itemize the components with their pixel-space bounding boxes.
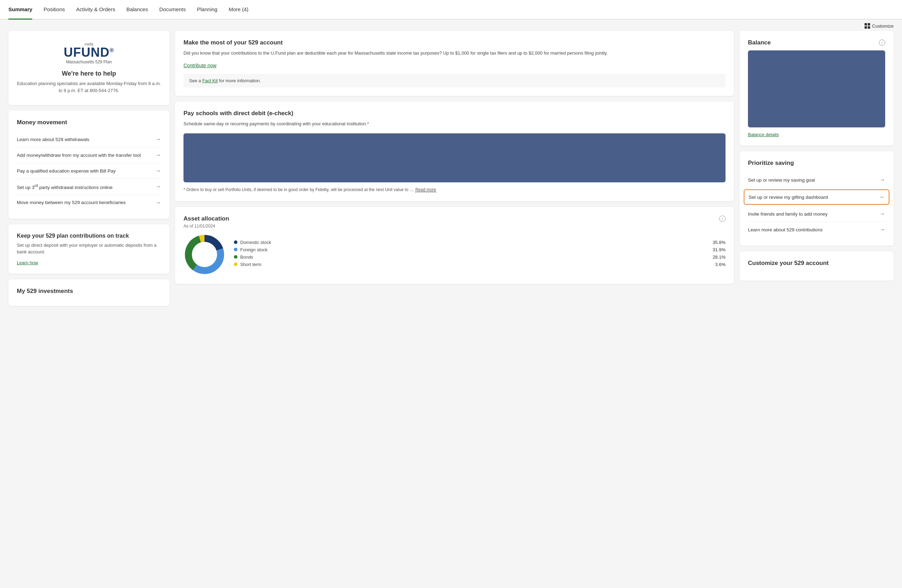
legend-dot-bonds: [234, 255, 237, 259]
prioritize-saving-goal[interactable]: Set up or review my saving goal →: [748, 172, 885, 188]
contribute-now-link[interactable]: Contribute now: [183, 63, 216, 68]
legend-pct-bonds: 28.1%: [713, 255, 725, 260]
prioritize-gifting-dashboard[interactable]: Set up or review my gifting dashboard →: [744, 189, 889, 205]
makemost-card: Make the most of your 529 account Did yo…: [175, 31, 734, 96]
mefa-title: We're here to help: [17, 70, 161, 77]
left-column: mefa UFUND® Massachusetts 529 Plan We're…: [8, 31, 169, 306]
money-movement-card: Money movement Learn more about 529 with…: [8, 111, 169, 219]
legend-dot-short: [234, 263, 237, 266]
nav-positions[interactable]: Positions: [44, 0, 65, 20]
arrow-icon-learn: →: [880, 227, 885, 233]
grid-icon: [864, 23, 870, 29]
asset-legend: Domestic stock 35.8% Foreign stock 31.9%…: [234, 240, 725, 269]
my529-title: My 529 investments: [17, 288, 161, 295]
pay-schools-footnote: * Orders to buy or sell Portfolio Units,…: [183, 186, 725, 193]
prioritize-saving-card: Prioritize saving Set up or review my sa…: [739, 151, 894, 246]
nav-bar: Summary Positions Activity & Orders Bala…: [0, 0, 902, 20]
money-movement-title: Money movement: [17, 119, 161, 126]
middle-column: Make the most of your 529 account Did yo…: [175, 31, 734, 306]
movement-item-thirdparty[interactable]: Set up 3rd party withdrawal instructions…: [17, 179, 161, 195]
customize-button[interactable]: Customize: [864, 23, 894, 29]
mefa-massachusetts-label: Massachusetts 529 Plan: [17, 59, 161, 64]
movement-item-transfer[interactable]: Add money/withdraw from my account with …: [17, 147, 161, 163]
nav-balances[interactable]: Balances: [127, 0, 148, 20]
customize-label: Customize: [872, 23, 894, 29]
arrow-icon-beneficiaries: →: [155, 200, 161, 206]
balance-header: Balance i: [748, 39, 885, 46]
arrow-icon-billpay: →: [155, 168, 161, 174]
contrib-desc: Set up direct deposit with your employer…: [17, 242, 161, 255]
nav-documents[interactable]: Documents: [159, 0, 186, 20]
pay-schools-card: Pay schools with direct debit (e-check) …: [175, 102, 734, 201]
customize-row: Customize: [0, 20, 902, 31]
arrow-icon-thirdparty: →: [155, 183, 161, 190]
legend-label-bonds: Bonds: [240, 255, 710, 260]
mefa-card: mefa UFUND® Massachusetts 529 Plan We're…: [8, 31, 169, 105]
mefa-ufund-text: UFUND®: [17, 46, 161, 59]
prioritize-label-learn: Learn more about 529 contributions: [748, 227, 822, 232]
movement-item-withdrawals[interactable]: Learn more about 529 withdrawals →: [17, 131, 161, 147]
prioritize-label-saving-goal: Set up or review my saving goal: [748, 177, 815, 183]
prioritize-label-invite: Invite friends and family to add money: [748, 211, 827, 217]
legend-dot-foreign: [234, 248, 237, 251]
movement-label-transfer: Add money/withdraw from my account with …: [17, 153, 141, 158]
mefa-logo: mefa UFUND® Massachusetts 529 Plan: [17, 42, 161, 64]
right-column: Balance i Balance details Prioritize sav…: [739, 31, 894, 306]
asset-donut-chart: [183, 233, 226, 275]
balance-card: Balance i Balance details: [739, 31, 894, 145]
footnote-text: * Orders to buy or sell Portfolio Units,…: [183, 187, 414, 192]
prioritize-invite-friends[interactable]: Invite friends and family to add money →: [748, 206, 885, 222]
legend-domestic-stock: Domestic stock 35.8%: [234, 240, 725, 245]
movement-item-beneficiaries[interactable]: Move money between my 529 account benefi…: [17, 195, 161, 210]
nav-more[interactable]: More (4): [229, 0, 249, 20]
legend-pct-foreign: 31.9%: [713, 247, 725, 252]
movement-label-withdrawals: Learn more about 529 withdrawals: [17, 137, 89, 142]
asset-header: Asset allocation i: [183, 215, 725, 222]
customize-529-card: Customize your 529 account: [739, 251, 894, 281]
movement-item-billpay[interactable]: Pay a qualified education expense with B…: [17, 163, 161, 179]
nav-activity-orders[interactable]: Activity & Orders: [76, 0, 115, 20]
nav-summary[interactable]: Summary: [8, 0, 32, 20]
makemost-title: Make the most of your 529 account: [183, 39, 725, 46]
read-more-link[interactable]: Read more: [415, 187, 436, 192]
asset-allocation-card: Asset allocation i As of 11/01/2024: [175, 207, 734, 284]
main-content: mefa UFUND® Massachusetts 529 Plan We're…: [0, 31, 902, 314]
learn-how-link[interactable]: Learn how: [17, 260, 38, 265]
asset-date: As of 11/01/2024: [183, 224, 725, 228]
arrow-icon-gifting: →: [879, 194, 885, 200]
legend-short-term: Short term 3.6%: [234, 262, 725, 267]
balance-info-icon[interactable]: i: [879, 39, 885, 46]
pay-schools-title: Pay schools with direct debit (e-check): [183, 110, 725, 117]
contrib-title: Keep your 529 plan contributions on trac…: [17, 233, 161, 239]
legend-bonds: Bonds 28.1%: [234, 255, 725, 260]
legend-foreign-stock: Foreign stock 31.9%: [234, 247, 725, 252]
arrow-icon-transfer: →: [155, 152, 161, 158]
movement-label-beneficiaries: Move money between my 529 account benefi…: [17, 200, 126, 205]
nav-planning[interactable]: Planning: [197, 0, 218, 20]
balance-details-link[interactable]: Balance details: [748, 132, 779, 137]
asset-info-icon[interactable]: i: [719, 216, 725, 222]
balance-title: Balance: [748, 39, 771, 46]
customize-529-title: Customize your 529 account: [748, 260, 885, 267]
pay-schools-chart: [183, 133, 725, 182]
fact-kit-row: See a Fact Kit for more information.: [183, 74, 725, 88]
pay-schools-desc: Schedule same-day or recurring payments …: [183, 120, 725, 128]
balance-chart: [748, 50, 885, 127]
fact-kit-text-before: See a: [189, 78, 202, 83]
asset-title: Asset allocation: [183, 215, 229, 222]
fact-kit-text-after: for more information.: [218, 78, 261, 83]
my529-card: My 529 investments: [8, 279, 169, 306]
legend-label-short: Short term: [240, 262, 712, 267]
legend-pct-short: 3.6%: [715, 262, 725, 267]
asset-body: Domestic stock 35.8% Foreign stock 31.9%…: [183, 233, 725, 275]
legend-label-domestic: Domestic stock: [240, 240, 710, 245]
fact-kit-link[interactable]: Fact Kit: [202, 78, 218, 83]
movement-label-billpay: Pay a qualified education expense with B…: [17, 168, 116, 174]
arrow-icon-saving-goal: →: [880, 177, 885, 183]
prioritize-label-gifting: Set up or review my gifting dashboard: [749, 195, 828, 200]
legend-label-foreign: Foreign stock: [240, 247, 710, 252]
arrow-icon-invite: →: [880, 211, 885, 217]
prioritize-learn-contributions[interactable]: Learn more about 529 contributions →: [748, 222, 885, 237]
movement-label-thirdparty: Set up 3rd party withdrawal instructions…: [17, 183, 113, 190]
mefa-desc: Education planning specialists are avail…: [17, 80, 161, 94]
